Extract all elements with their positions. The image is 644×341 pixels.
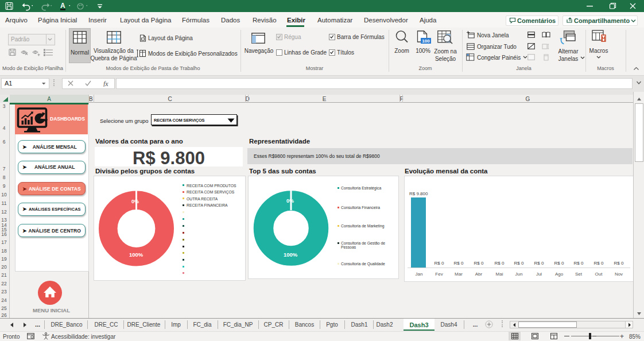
svg-text:100: 100 <box>422 38 430 44</box>
svg-text:fx: fx <box>103 80 108 87</box>
svg-text:A: A <box>60 2 65 10</box>
svg-text:...: ... <box>35 322 40 328</box>
